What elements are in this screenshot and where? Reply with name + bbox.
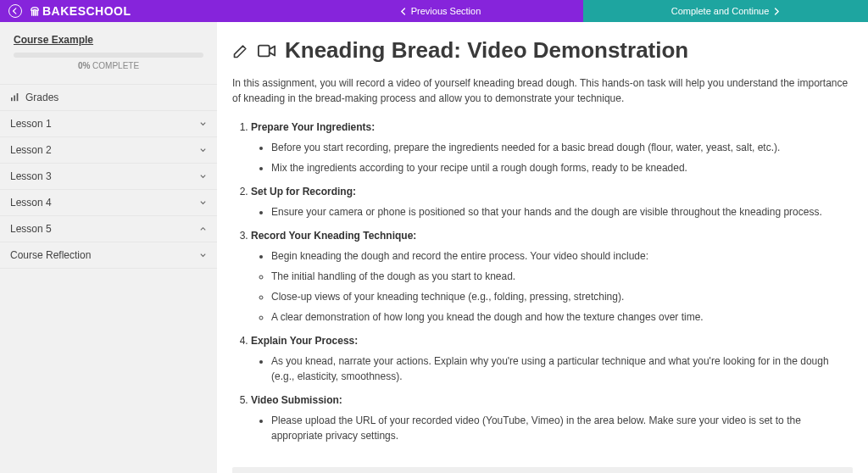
svg-rect-1 [14,96,15,102]
step-title: Set Up for Recording: [251,186,356,198]
sidebar-item-lesson-4[interactable]: Lesson 4 [0,190,217,216]
sub-bullet: The initial handling of the dough as you… [271,269,853,284]
bar-chart-icon [10,93,20,102]
step-bullets: Please upload the URL of your recorded v… [251,413,853,443]
back-icon[interactable] [8,4,22,18]
step-title: Explain Your Process: [251,335,358,347]
step-bullets: Ensure your camera or phone is positione… [251,204,853,220]
sidebar-item-lesson-5[interactable]: Lesson 5 [0,216,217,242]
chevron-up-icon [199,225,207,233]
topbar-brand-area: BAKESCHOOL [0,0,298,22]
chevron-down-icon [199,147,207,154]
steps-list: Prepare Your Ingredients: Before you sta… [232,121,853,443]
sidebar-item-label: Lesson 2 [10,144,52,156]
step-title: Record Your Kneading Technique: [251,230,416,242]
course-sidebar: Course Example 0% COMPLETE Grades Lesson… [0,22,217,473]
sidebar-item-label: Lesson 1 [10,118,52,130]
complete-continue-label: Complete and Continue [671,6,770,16]
sidebar-item-label: Grades [25,92,58,103]
step-item: Explain Your Process: As you knead, narr… [251,335,853,384]
progress-bar [14,53,203,58]
sub-bullet: Close-up views of your kneading techniqu… [271,289,853,304]
page-title: Kneading Bread: Video Demonstration [285,37,688,64]
sidebar-item-lesson-2[interactable]: Lesson 2 [0,137,217,164]
sidebar-item-lesson-3[interactable]: Lesson 3 [0,164,217,190]
step-bullets: As you knead, narrate your actions. Expl… [251,353,853,384]
course-title-link[interactable]: Course Example [14,34,93,46]
progress-word: COMPLETE [92,61,139,70]
chevron-down-icon [199,173,207,181]
main-content: Kneading Bread: Video Demonstration In t… [217,22,868,473]
pencil-icon [232,42,249,59]
bullet: Mix the ingredients according to your re… [271,160,853,175]
progress-label: 0% COMPLETE [14,61,203,70]
chevron-down-icon [199,252,207,259]
step-bullets: Begin kneading the dough and record the … [251,248,853,264]
step-title: Prepare Your Ingredients: [251,121,375,133]
video-icon [258,42,276,59]
step-item: Prepare Your Ingredients: Before you sta… [251,121,853,175]
previous-section-button[interactable]: Previous Section [298,0,583,22]
bullet: As you knead, narrate your actions. Expl… [271,353,853,384]
sub-bullet: A clear demonstration of how long you kn… [271,309,853,325]
bullet: Ensure your camera or phone is positione… [271,204,853,220]
chevron-down-icon [199,120,207,128]
complete-continue-button[interactable]: Complete and Continue [583,0,868,22]
svg-rect-2 [17,93,19,101]
bullet: Before you start recording, prepare the … [271,140,853,155]
file-upload-box[interactable]: Drag and Drop files to upload or Click H… [232,467,853,473]
sidebar-item-grades[interactable]: Grades [0,84,217,111]
sidebar-item-lesson-1[interactable]: Lesson 1 [0,111,217,137]
sidebar-item-course-reflection[interactable]: Course Reflection [0,242,217,269]
progress-area: 0% COMPLETE [14,53,203,70]
svg-rect-0 [11,97,13,101]
step-sub-bullets: The initial handling of the dough as you… [251,269,853,325]
step-item: Set Up for Recording: Ensure your camera… [251,186,853,220]
chevron-down-icon [199,199,207,207]
svg-rect-3 [259,45,270,56]
sidebar-item-label: Lesson 4 [10,197,52,209]
progress-percent: 0% [78,61,90,70]
title-row: Kneading Bread: Video Demonstration [232,37,853,64]
sidebar-item-label: Lesson 3 [10,170,52,182]
bullet: Please upload the URL of your recorded v… [271,413,853,443]
brand-text: BAKESCHOOL [42,4,131,18]
page-intro: In this assignment, you will record a vi… [232,75,853,106]
step-bullets: Before you start recording, prepare the … [251,140,853,175]
previous-section-label: Previous Section [411,6,481,16]
step-item: Record Your Kneading Technique: Begin kn… [251,230,853,325]
sidebar-item-label: Course Reflection [10,249,91,261]
step-title: Video Submission: [251,394,342,406]
sidebar-header: Course Example 0% COMPLETE [0,22,217,77]
sidebar-item-label: Lesson 5 [10,223,52,235]
brand-logo[interactable]: BAKESCHOOL [29,4,131,18]
bullet: Begin kneading the dough and record the … [271,248,853,264]
step-item: Video Submission: Please upload the URL … [251,394,853,443]
top-navbar: BAKESCHOOL Previous Section Complete and… [0,0,868,22]
